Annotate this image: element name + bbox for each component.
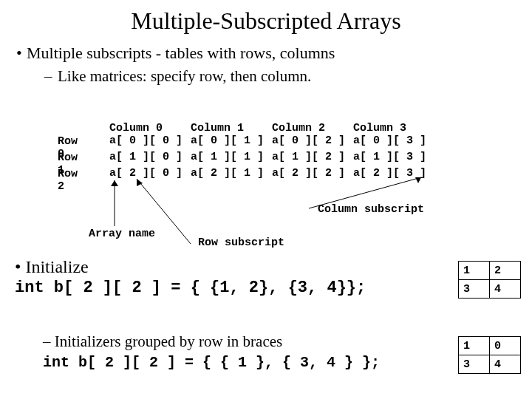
cell: 3 [459, 355, 490, 374]
initialize-code: int b[ 2 ][ 2 ] = { {1, 2}, {3, 4}}; [15, 279, 366, 297]
label-row-subscript: Row subscript [198, 236, 284, 249]
dash-icon: – [43, 332, 55, 350]
initialize-heading: Initialize [25, 257, 88, 276]
label-array-name: Array name [89, 228, 155, 240]
grouped-result-table: 10 34 [458, 336, 521, 374]
bullet-grouped: – Initializers grouped by row in braces [43, 332, 380, 351]
svg-marker-1 [415, 177, 421, 183]
grouped-code: int b[ 2 ][ 2 ] = { { 1 }, { 3, 4 } }; [43, 354, 380, 371]
bullet-icon: • [15, 257, 25, 276]
cell: 4 [490, 280, 521, 299]
cell: 0 [490, 337, 521, 355]
label-column-subscript: Column subscript [318, 203, 424, 216]
grouped-section: – Initializers grouped by row in braces … [43, 332, 380, 371]
bullet-initialize: • Initialize [15, 257, 366, 277]
svg-marker-5 [111, 180, 118, 186]
cell: 1 [459, 337, 490, 355]
cell: 2 [490, 262, 521, 280]
cell: 4 [490, 355, 521, 374]
cell: 1 [459, 262, 490, 280]
init-result-table: 12 34 [458, 261, 521, 299]
cell: 3 [459, 280, 490, 299]
slide: Multiple-Subscripted Arrays •Multiple su… [0, 0, 532, 399]
initialize-section: • Initialize int b[ 2 ][ 2 ] = { {1, 2},… [15, 257, 366, 297]
grouped-text: Initializers grouped by row in braces [55, 332, 282, 350]
